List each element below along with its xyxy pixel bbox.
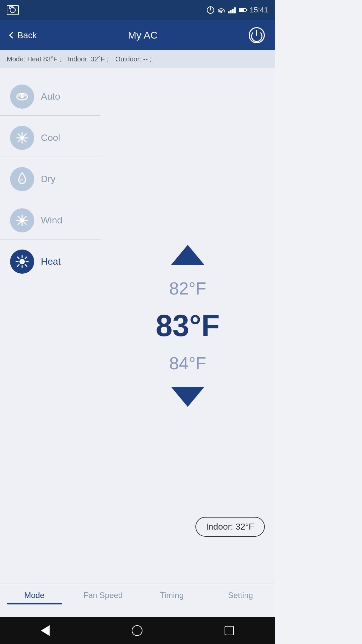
auto-icon: [15, 92, 29, 102]
tab-timing[interactable]: Timing: [137, 591, 206, 600]
mode-item-auto[interactable]: Auto: [0, 74, 101, 116]
cool-icon: [15, 131, 29, 145]
cool-mode-circle: [10, 126, 34, 150]
android-nav-bar: [0, 617, 275, 644]
status-outdoor: Outdoor: -- ;: [115, 55, 152, 63]
svg-point-1: [20, 95, 24, 98]
wind-icon: [15, 213, 29, 228]
chevron-left-icon: [9, 32, 16, 39]
wind-mode-label: Wind: [41, 215, 62, 226]
temp-above: 82°F: [169, 278, 206, 299]
tab-setting[interactable]: Setting: [206, 591, 275, 600]
tab-fanspeed[interactable]: Fan Speed: [69, 591, 137, 600]
status-bar-right: 15:41: [207, 6, 268, 14]
back-label: Back: [17, 30, 37, 41]
temp-below: 84°F: [169, 353, 206, 373]
svg-line-19: [25, 257, 27, 259]
temp-down-button[interactable]: [171, 387, 204, 407]
page-title: My AC: [128, 30, 158, 41]
auto-mode-label: Auto: [41, 91, 60, 102]
svg-line-20: [17, 265, 19, 266]
status-indoor: Indoor: 32°F ;: [68, 55, 109, 63]
tab-timing-label: Timing: [160, 591, 184, 600]
status-bar: 15:41: [0, 0, 275, 20]
svg-point-12: [19, 259, 25, 264]
status-strip: Mode: Heat 83°F ; Indoor: 32°F ; Outdoor…: [0, 50, 275, 68]
tab-mode[interactable]: Mode: [0, 591, 69, 604]
mode-item-wind[interactable]: Wind: [0, 198, 101, 239]
time-display: 15:41: [250, 6, 268, 14]
tab-fanspeed-label: Fan Speed: [83, 591, 123, 600]
dry-mode-label: Dry: [41, 174, 56, 184]
cool-mode-label: Cool: [41, 132, 60, 143]
svg-line-18: [25, 265, 27, 266]
heat-icon: [15, 254, 29, 269]
tab-mode-indicator: [7, 603, 62, 604]
mode-item-cool[interactable]: Cool: [0, 116, 101, 157]
android-recents-button[interactable]: [225, 626, 234, 635]
photo-icon: [7, 5, 19, 15]
heat-mode-label: Heat: [41, 256, 61, 267]
wind-mode-circle: [10, 208, 34, 232]
tab-setting-label: Setting: [228, 591, 253, 600]
android-home-button[interactable]: [132, 625, 142, 636]
battery-icon: [239, 8, 246, 12]
temp-current: 83°F: [156, 309, 220, 343]
mode-list: Auto Cool: [0, 68, 101, 584]
mode-item-heat[interactable]: Heat: [0, 239, 101, 280]
dry-icon: [16, 172, 28, 186]
back-button[interactable]: Back: [10, 30, 37, 41]
indoor-badge: Indoor: 32°F: [195, 517, 265, 537]
android-back-button[interactable]: [41, 625, 50, 636]
tab-bar: Mode Fan Speed Timing Setting: [0, 584, 275, 617]
svg-point-6: [21, 137, 23, 139]
status-bar-left: [7, 5, 19, 15]
dry-mode-circle: [10, 167, 34, 191]
status-mode: Mode: Heat 83°F ;: [7, 55, 61, 63]
signal-icon: [228, 7, 236, 13]
heat-mode-circle: [10, 250, 34, 274]
alarm-icon: [207, 6, 214, 14]
tab-mode-label: Mode: [24, 591, 44, 600]
main-content: Auto Cool: [0, 68, 275, 584]
power-button[interactable]: [249, 27, 265, 43]
svg-line-17: [17, 257, 19, 259]
mode-item-dry[interactable]: Dry: [0, 157, 101, 198]
auto-mode-circle: [10, 85, 34, 109]
temp-up-button[interactable]: [171, 245, 204, 265]
nav-bar: Back My AC: [0, 20, 275, 50]
wifi-icon: [218, 7, 225, 13]
temp-selector: 82°F 83°F 84°F: [101, 68, 275, 584]
